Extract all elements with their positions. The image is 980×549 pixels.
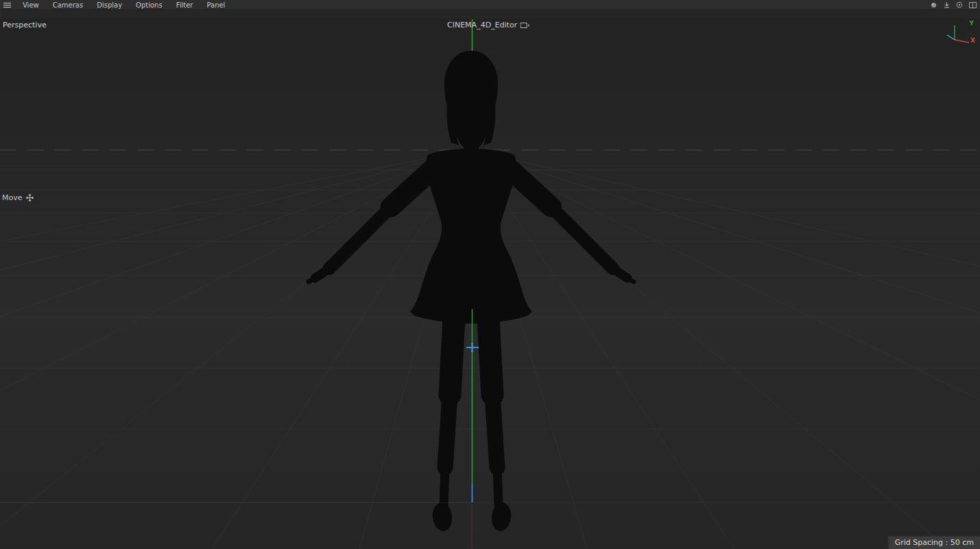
hamburger-menu-icon[interactable] [3,3,11,8]
arrow-down-icon[interactable] [941,1,952,10]
grid-spacing-status: Grid Spacing : 50 cm [888,536,980,549]
gizmo-x-label: X [970,37,975,44]
layout-columns-icon[interactable] [967,1,978,10]
viewport-3d[interactable]: Perspective CINEMA_4D_Editor Move Y X Gr… [0,10,980,549]
cinema4d-window: { "menu_bar": { "items": ["View", "Camer… [0,0,980,549]
camera-view-label[interactable]: Perspective [3,21,47,29]
move-cross-icon [26,194,34,202]
viewport-canvas[interactable] [0,10,980,549]
editor-title-text: CINEMA_4D_Editor [447,21,517,29]
editor-monitor-icon [520,22,529,29]
menu-item-view[interactable]: View [16,1,46,10]
editor-title-bar: CINEMA_4D_Editor [447,21,529,29]
menu-item-cameras[interactable]: Cameras [46,1,90,10]
gizmo-y-label: Y [969,20,974,27]
target-icon[interactable] [954,1,965,10]
menu-item-panel[interactable]: Panel [200,1,232,10]
menu-item-filter[interactable]: Filter [169,1,200,10]
menu-item-options[interactable]: Options [129,1,169,10]
active-tool-label: Move [2,193,34,202]
viewport-menu-bar: View Cameras Display Options Filter Pane… [0,0,980,10]
tool-name: Move [2,193,23,202]
sphere-icon[interactable] [928,1,939,10]
menu-item-display[interactable]: Display [90,1,129,10]
